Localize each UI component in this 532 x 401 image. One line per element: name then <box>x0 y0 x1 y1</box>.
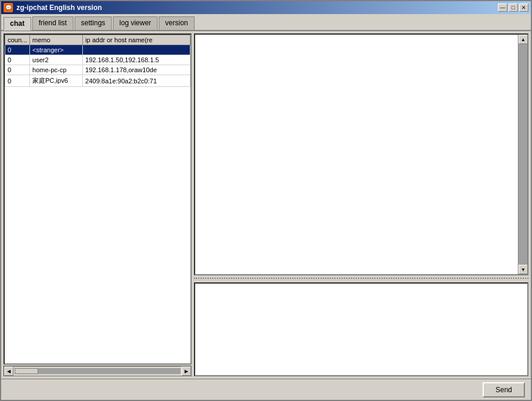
cell-ip: 192.168.1.50,192.168.1.5 <box>83 55 190 65</box>
cell-memo: 家庭PC,ipv6 <box>30 75 83 87</box>
scroll-down-arrow[interactable]: ▼ <box>518 265 528 274</box>
scroll-thumb-horizontal[interactable] <box>15 368 38 374</box>
scroll-right-arrow[interactable]: ▶ <box>182 366 191 376</box>
cell-ip: 2409:8a1e:90a2:b2c0:71 <box>83 75 190 87</box>
window-title: zg-ipchat English version <box>16 4 102 12</box>
close-button[interactable]: ✕ <box>519 4 528 12</box>
panel-divider <box>194 278 528 280</box>
chat-vertical-scrollbar[interactable]: ▲ ▼ <box>518 35 527 274</box>
col-header-ip: ip addr or host name(re <box>83 35 190 45</box>
chat-input-container <box>194 282 528 376</box>
cell-memo: user2 <box>30 55 83 65</box>
cell-ip <box>83 45 190 55</box>
cell-memo: home-pc-cp <box>30 65 83 75</box>
contact-table: coun... memo ip addr or host name(re 0<s… <box>4 33 192 365</box>
main-window: 💬 zg-ipchat English version — □ ✕ chat f… <box>0 0 532 401</box>
cell-count: 0 <box>5 45 30 55</box>
cell-count: 0 <box>5 55 30 65</box>
right-panel: ▲ ▼ <box>194 33 528 376</box>
col-header-memo: memo <box>30 35 83 45</box>
cell-count: 0 <box>5 65 30 75</box>
minimize-button[interactable]: — <box>498 4 507 12</box>
table-row[interactable]: 0<stranger> <box>5 45 190 55</box>
maximize-button[interactable]: □ <box>508 4 518 12</box>
scroll-up-arrow[interactable]: ▲ <box>518 35 528 44</box>
tab-log-viewer[interactable]: log viewer <box>113 16 158 30</box>
scroll-track-horizontal[interactable] <box>15 368 180 374</box>
chat-display: ▲ ▼ <box>194 33 528 275</box>
table-row[interactable]: 0家庭PC,ipv62409:8a1e:90a2:b2c0:71 <box>5 75 190 87</box>
title-bar-buttons: — □ ✕ <box>498 4 528 12</box>
col-header-count: coun... <box>5 35 30 45</box>
tab-chat[interactable]: chat <box>4 17 31 31</box>
table-row[interactable]: 0home-pc-cp192.168.1.178,oraw10de <box>5 65 190 75</box>
tab-settings[interactable]: settings <box>75 16 112 30</box>
cell-ip: 192.168.1.178,oraw10de <box>83 65 190 75</box>
cell-count: 0 <box>5 75 30 87</box>
bottom-bar: Send <box>1 379 531 400</box>
scroll-left-arrow[interactable]: ◀ <box>4 366 14 376</box>
title-bar: 💬 zg-ipchat English version — □ ✕ <box>1 1 531 14</box>
tab-version[interactable]: version <box>159 16 195 30</box>
scroll-track-vertical[interactable] <box>518 44 527 265</box>
title-bar-content: 💬 zg-ipchat English version <box>4 3 102 12</box>
table-row[interactable]: 0user2192.168.1.50,192.168.1.5 <box>5 55 190 65</box>
send-button[interactable]: Send <box>483 382 525 397</box>
cell-memo: <stranger> <box>30 45 83 55</box>
chat-input[interactable] <box>195 284 527 375</box>
tab-friend-list[interactable]: friend list <box>32 16 73 30</box>
content-area: coun... memo ip addr or host name(re 0<s… <box>1 31 531 379</box>
left-panel: coun... memo ip addr or host name(re 0<s… <box>4 33 192 376</box>
tabs-bar: chat friend list settings log viewer ver… <box>1 14 531 31</box>
app-icon: 💬 <box>4 3 13 12</box>
horizontal-scrollbar[interactable]: ◀ ▶ <box>4 366 192 376</box>
